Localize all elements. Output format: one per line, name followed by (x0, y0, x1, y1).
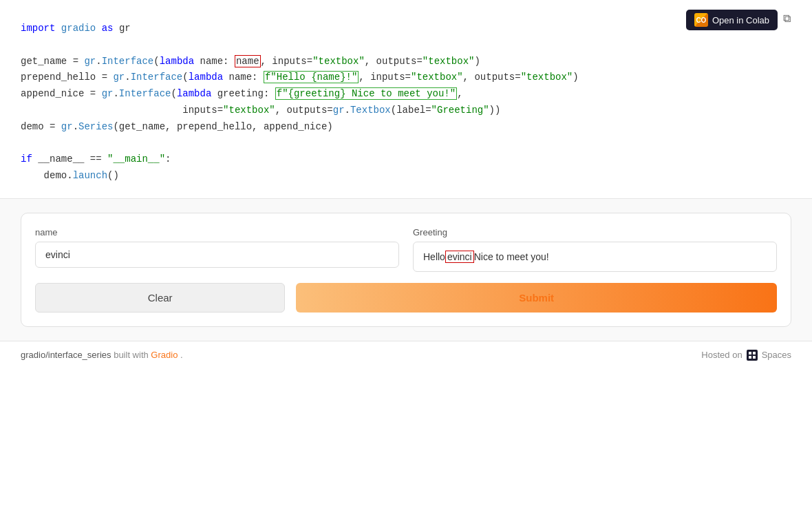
copy-icon[interactable]: ⧉ (783, 12, 798, 28)
code-line-append-nice1: append_nice = gr.Interface(lambda greeti… (21, 86, 791, 103)
code-line-prepend-hello: prepend_hello = gr.Interface(lambda name… (21, 70, 791, 86)
code-line-get-name: get_name = gr.Interface(lambda name: nam… (21, 54, 791, 70)
spaces-dots (747, 350, 757, 360)
code-section: CO Open in Colab ⧉ import gradio as gr g… (0, 0, 812, 199)
toolbar: CO Open in Colab ⧉ (686, 10, 798, 30)
colab-label: Open in Colab (712, 15, 769, 25)
demo-inner: name Greeting Hello evinci Nice to meet … (21, 213, 791, 327)
footer-right: Hosted on Spaces (701, 350, 791, 361)
open-in-colab-button[interactable]: CO Open in Colab (686, 10, 778, 30)
spaces-dot-3 (749, 356, 751, 359)
output-label: Greeting (413, 227, 777, 237)
output-prefix: Hello (423, 251, 445, 262)
spaces-dot-1 (749, 352, 751, 354)
hosted-on-text: Hosted on (701, 350, 742, 360)
spaces-dot-4 (753, 356, 756, 359)
code-block: import gradio as gr get_name = gr.Interf… (21, 14, 791, 184)
output-box: Hello evinci Nice to meet you! (413, 242, 777, 272)
code-line-blank (21, 37, 791, 54)
button-row: Clear Submit (35, 283, 777, 313)
output-suffix: Nice to meet you! (474, 251, 549, 262)
colab-icon: CO (694, 13, 708, 27)
gradio-link[interactable]: Gradio (151, 350, 178, 360)
spaces-dot-2 (753, 352, 756, 354)
output-group: Greeting Hello evinci Nice to meet you! (413, 227, 777, 272)
code-line-blank2 (21, 136, 791, 152)
code-line-if-main: if __name__ == "__main__": (21, 151, 791, 168)
submit-button[interactable]: Submit (296, 283, 777, 313)
footer-left: gradio/interface_series built with Gradi… (21, 350, 183, 360)
code-line-import: import gradio as gr (21, 21, 791, 37)
demo-section: name Greeting Hello evinci Nice to meet … (0, 199, 812, 341)
demo-row: name Greeting Hello evinci Nice to meet … (35, 227, 777, 272)
code-line-demo: demo = gr.Series(get_name, prepend_hello… (21, 119, 791, 136)
footer-period: . (180, 350, 183, 360)
input-label: name (35, 227, 399, 237)
output-highlighted-value: evinci (445, 251, 474, 263)
clear-button[interactable]: Clear (35, 283, 285, 313)
spaces-label: Spaces (762, 350, 791, 360)
built-with-text: built with (114, 350, 151, 360)
name-input[interactable] (35, 242, 399, 268)
spaces-icon (747, 350, 758, 361)
repo-name: gradio/interface_series (21, 350, 111, 360)
code-line-append-nice2: inputs="textbox", outputs=gr.Textbox(lab… (21, 103, 791, 119)
footer: gradio/interface_series built with Gradi… (0, 341, 812, 369)
input-group: name (35, 227, 399, 272)
code-line-launch: demo.launch() (21, 168, 791, 184)
